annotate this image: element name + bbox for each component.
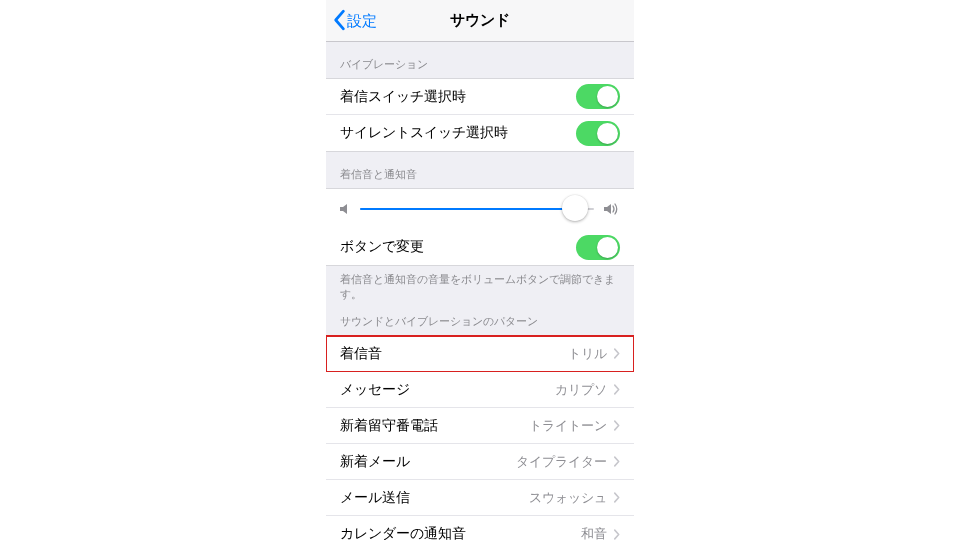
- settings-sound-screen: 設定 サウンド バイブレーション 着信スイッチ選択時 サイレントスイッチ選択時 …: [326, 0, 634, 540]
- chevron-left-icon: [332, 9, 346, 34]
- silent-switch-label: サイレントスイッチ選択時: [340, 124, 576, 142]
- voicemail-value: トライトーン: [529, 417, 607, 435]
- section-header-patterns: サウンドとバイブレーションのパターン: [326, 305, 634, 335]
- vibration-group: 着信スイッチ選択時 サイレントスイッチ選択時: [326, 78, 634, 152]
- ringtone-label: 着信音: [340, 345, 568, 363]
- voicemail-label: 新着留守番電話: [340, 417, 529, 435]
- ringtone-row[interactable]: 着信音 トリル: [326, 336, 634, 372]
- calendar-alert-row[interactable]: カレンダーの通知音 和音: [326, 516, 634, 540]
- new-mail-label: 新着メール: [340, 453, 516, 471]
- page-title: サウンド: [450, 11, 510, 30]
- change-with-buttons-toggle[interactable]: [576, 235, 620, 260]
- volume-thumb[interactable]: [562, 195, 588, 221]
- voicemail-row[interactable]: 新着留守番電話 トライトーン: [326, 408, 634, 444]
- chevron-right-icon: [613, 529, 620, 540]
- text-tone-label: メッセージ: [340, 381, 555, 399]
- ringtone-value: トリル: [568, 345, 607, 363]
- text-tone-value: カリプソ: [555, 381, 607, 399]
- calendar-alert-value: 和音: [581, 525, 607, 540]
- speaker-high-icon: [604, 202, 620, 216]
- text-tone-row[interactable]: メッセージ カリプソ: [326, 372, 634, 408]
- speaker-low-icon: [340, 203, 350, 215]
- volume-footer: 着信音と通知音の音量をボリュームボタンで調節できます。: [326, 266, 634, 305]
- volume-fill: [360, 208, 575, 210]
- section-header-volume: 着信音と通知音: [326, 152, 634, 188]
- ring-switch-label: 着信スイッチ選択時: [340, 88, 576, 106]
- chevron-right-icon: [613, 492, 620, 503]
- sent-mail-row[interactable]: メール送信 スウォッシュ: [326, 480, 634, 516]
- change-with-buttons-label: ボタンで変更: [340, 238, 576, 256]
- volume-group: ボタンで変更: [326, 188, 634, 266]
- silent-switch-row[interactable]: サイレントスイッチ選択時: [326, 115, 634, 151]
- new-mail-value: タイプライター: [516, 453, 607, 471]
- change-with-buttons-row[interactable]: ボタンで変更: [326, 229, 634, 265]
- section-header-vibration: バイブレーション: [326, 42, 634, 78]
- sent-mail-label: メール送信: [340, 489, 529, 507]
- chevron-right-icon: [613, 348, 620, 359]
- sent-mail-value: スウォッシュ: [529, 489, 607, 507]
- volume-slider[interactable]: [360, 199, 594, 219]
- chevron-right-icon: [613, 456, 620, 467]
- chevron-right-icon: [613, 384, 620, 395]
- back-button[interactable]: 設定: [332, 0, 377, 42]
- ring-switch-row[interactable]: 着信スイッチ選択時: [326, 79, 634, 115]
- chevron-right-icon: [613, 420, 620, 431]
- calendar-alert-label: カレンダーの通知音: [340, 525, 581, 540]
- navbar: 設定 サウンド: [326, 0, 634, 42]
- ring-switch-toggle[interactable]: [576, 84, 620, 109]
- patterns-group: 着信音 トリル メッセージ カリプソ 新着留守番電話 トライトーン 新着メール …: [326, 335, 634, 540]
- volume-slider-row: [326, 189, 634, 229]
- back-label: 設定: [347, 12, 377, 31]
- silent-switch-toggle[interactable]: [576, 121, 620, 146]
- new-mail-row[interactable]: 新着メール タイプライター: [326, 444, 634, 480]
